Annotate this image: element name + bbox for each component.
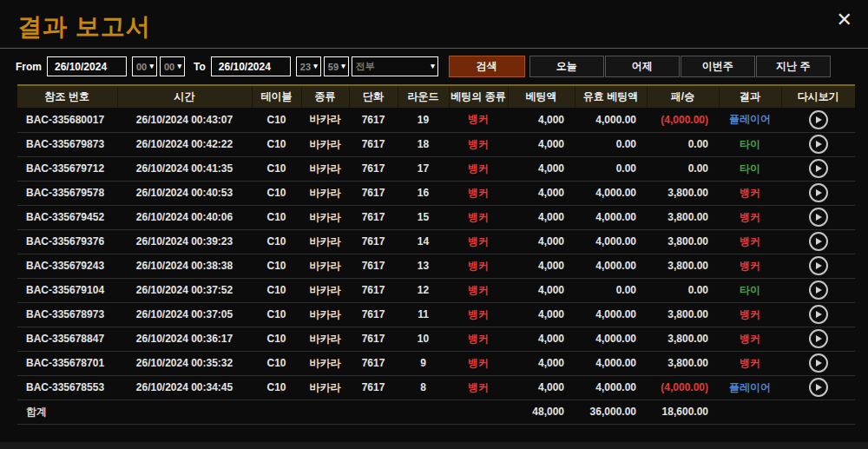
valid-bet-cell: 4,000.00 bbox=[575, 181, 647, 205]
header-row: 참조 번호 시간 테이블 종류 단화 라운드 베팅의 종류 베팅액 유효 베팅액… bbox=[17, 85, 855, 108]
result-cell: 타이 bbox=[719, 278, 781, 302]
play-icon bbox=[816, 189, 822, 196]
replay-button[interactable] bbox=[809, 281, 828, 300]
col-header-valid-bet: 유효 베팅액 bbox=[575, 85, 647, 108]
table-id-cell: C10 bbox=[252, 156, 301, 181]
bet-amount-cell: 4,000 bbox=[508, 205, 575, 229]
table-row: BAC-335679712 26/10/2024 00:41:35 C10 바카… bbox=[17, 156, 855, 181]
result-cell: 플레이어 bbox=[719, 108, 781, 132]
replay-button[interactable] bbox=[809, 110, 828, 129]
win-loss-cell: 0.00 bbox=[647, 278, 719, 302]
replay-button[interactable] bbox=[809, 208, 828, 227]
bet-amount-cell: 4,000 bbox=[508, 327, 575, 351]
game-type-cell: 바카라 bbox=[301, 278, 349, 302]
col-header-round: 라운드 bbox=[398, 85, 449, 108]
replay-button[interactable] bbox=[809, 353, 828, 373]
result-cell: 뱅커 bbox=[719, 181, 781, 205]
replay-button[interactable] bbox=[809, 232, 828, 251]
shoe-number-cell: 7617 bbox=[349, 327, 398, 351]
time-cell: 26/10/2024 00:37:52 bbox=[117, 278, 252, 302]
total-bet-amount: 48,000 bbox=[508, 399, 575, 424]
to-minute-select[interactable]: 59 ▾ bbox=[324, 56, 349, 76]
col-header-bet-type: 베팅의 종류 bbox=[449, 85, 508, 108]
win-loss-cell: 3,800.00 bbox=[647, 327, 719, 351]
bet-type-cell: 뱅커 bbox=[449, 229, 508, 254]
replay-button[interactable] bbox=[809, 305, 828, 324]
to-hour-value: 23 bbox=[300, 62, 311, 72]
time-cell: 26/10/2024 00:35:32 bbox=[117, 351, 252, 375]
valid-bet-cell: 4,000.00 bbox=[575, 254, 647, 278]
valid-bet-cell: 4,000.00 bbox=[575, 108, 647, 132]
bet-amount-cell: 4,000 bbox=[508, 181, 575, 205]
today-button[interactable]: 오늘 bbox=[529, 56, 604, 77]
win-loss-cell: (4,000.00) bbox=[647, 108, 719, 132]
table-id-cell: C10 bbox=[252, 229, 301, 254]
ref-number-cell: BAC-335679873 bbox=[17, 132, 117, 156]
replay-button[interactable] bbox=[809, 378, 828, 397]
from-date-input[interactable]: 26/10/2024 bbox=[47, 56, 127, 76]
replay-button[interactable] bbox=[809, 159, 828, 178]
result-cell: 뱅커 bbox=[719, 327, 781, 351]
round-cell: 10 bbox=[398, 327, 449, 351]
game-type-cell: 바카라 bbox=[301, 181, 349, 205]
horizontal-scrollbar[interactable] bbox=[0, 442, 868, 449]
bet-amount-cell: 4,000 bbox=[508, 375, 575, 399]
game-type-cell: 바카라 bbox=[301, 254, 349, 278]
to-hour-select[interactable]: 23 ▾ bbox=[296, 56, 321, 76]
replay-button[interactable] bbox=[809, 329, 828, 348]
bet-amount-cell: 4,000 bbox=[508, 278, 575, 302]
play-icon bbox=[816, 311, 822, 318]
last-week-button[interactable]: 지난 주 bbox=[756, 56, 831, 77]
bet-type-cell: 뱅커 bbox=[449, 278, 508, 302]
to-date-input[interactable]: 26/10/2024 bbox=[211, 56, 291, 76]
replay-cell bbox=[781, 132, 855, 156]
round-cell: 11 bbox=[398, 302, 449, 327]
close-icon[interactable]: ✕ bbox=[833, 7, 856, 33]
replay-cell bbox=[781, 229, 855, 254]
total-row: 합계 48,000 36,000.00 18,600.00 bbox=[17, 399, 855, 424]
bet-amount-cell: 4,000 bbox=[508, 229, 575, 254]
result-cell: 뱅커 bbox=[719, 205, 781, 229]
results-table-container: 참조 번호 시간 테이블 종류 단화 라운드 베팅의 종류 베팅액 유효 베팅액… bbox=[17, 84, 855, 425]
table-row: BAC-335678701 26/10/2024 00:35:32 C10 바카… bbox=[17, 351, 855, 375]
valid-bet-cell: 0.00 bbox=[575, 156, 647, 181]
game-type-cell: 바카라 bbox=[301, 327, 349, 351]
play-icon bbox=[816, 214, 822, 221]
from-minute-select[interactable]: 00 ▾ bbox=[160, 56, 185, 76]
table-id-cell: C10 bbox=[252, 375, 301, 399]
replay-cell bbox=[781, 302, 855, 327]
table-row: BAC-335679376 26/10/2024 00:39:23 C10 바카… bbox=[17, 229, 855, 254]
replay-button[interactable] bbox=[809, 256, 828, 275]
round-cell: 13 bbox=[398, 254, 449, 278]
from-hour-select[interactable]: 00 ▾ bbox=[132, 56, 157, 76]
col-header-win-loss: 패/승 bbox=[647, 85, 719, 108]
this-week-button[interactable]: 이번주 bbox=[681, 56, 755, 77]
round-cell: 17 bbox=[398, 156, 449, 181]
win-loss-cell: 3,800.00 bbox=[647, 229, 719, 254]
bet-type-cell: 뱅커 bbox=[449, 156, 508, 181]
ref-number-cell: BAC-335679452 bbox=[17, 205, 117, 229]
chevron-down-icon: ▾ bbox=[149, 63, 154, 70]
replay-button[interactable] bbox=[809, 183, 828, 202]
table-id-cell: C10 bbox=[252, 351, 301, 375]
valid-bet-cell: 4,000.00 bbox=[575, 327, 647, 351]
table-footer: 합계 48,000 36,000.00 18,600.00 bbox=[17, 399, 855, 424]
play-icon bbox=[816, 116, 822, 123]
shoe-number-cell: 7617 bbox=[349, 181, 398, 205]
valid-bet-cell: 0.00 bbox=[575, 278, 647, 302]
round-cell: 14 bbox=[398, 229, 449, 254]
game-filter-select[interactable]: 전부 ▾ bbox=[352, 56, 438, 76]
bet-amount-cell: 4,000 bbox=[508, 156, 575, 181]
search-button[interactable]: 검색 bbox=[449, 56, 525, 77]
game-type-cell: 바카라 bbox=[301, 351, 349, 375]
from-label: From bbox=[16, 61, 42, 73]
bet-type-cell: 뱅커 bbox=[449, 205, 508, 229]
replay-button[interactable] bbox=[809, 135, 828, 154]
col-header-table: 테이블 bbox=[252, 85, 301, 108]
col-header-game: 종류 bbox=[301, 85, 349, 108]
game-type-cell: 바카라 bbox=[301, 375, 349, 399]
shoe-number-cell: 7617 bbox=[349, 229, 398, 254]
col-header-result: 결과 bbox=[719, 85, 781, 108]
yesterday-button[interactable]: 어제 bbox=[605, 56, 680, 77]
bet-amount-cell: 4,000 bbox=[508, 254, 575, 278]
